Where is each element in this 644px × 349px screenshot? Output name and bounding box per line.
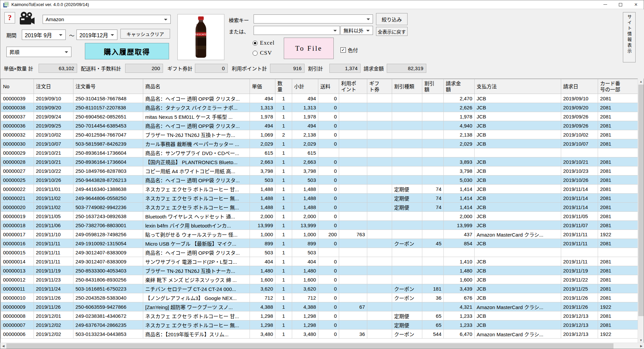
summary-label: 割引計 xyxy=(308,65,328,72)
cell-no: 00000020 xyxy=(1,203,34,212)
search-key-input[interactable] xyxy=(254,14,373,23)
sort-order-select[interactable]: 昇順 xyxy=(6,47,71,57)
cell-order-date: 2019/11/01 xyxy=(34,185,73,194)
radio-excel[interactable]: Excel xyxy=(253,40,275,46)
column-header-gift-card[interactable]: ギフ ト券 xyxy=(367,79,392,94)
cell-billing-date: 2019/10/26 xyxy=(561,176,598,185)
cell-discount-amount: 65 xyxy=(422,320,444,330)
table-row[interactable]: 000000182019/11/06250-7382706-8803001lex… xyxy=(1,221,639,230)
column-header-card-number-part[interactable]: カード番 号の一部 xyxy=(598,79,639,94)
table-row[interactable]: 000000222019/11/01249-4416340-1388638ネスカ… xyxy=(1,185,639,194)
cell-shipping: 0 xyxy=(318,275,339,284)
column-header-order-date[interactable]: 注文日 xyxy=(34,79,73,94)
cell-billing-date: 2019/12/13 xyxy=(561,330,598,339)
table-row[interactable]: 000000132019/11/19250-8533300-4053403ブラザ… xyxy=(1,266,639,275)
cell-shipping xyxy=(318,248,339,257)
table-row[interactable]: 000000382019/09/20250-8110157-2207838商品名… xyxy=(1,103,639,112)
cell-quantity: 1 xyxy=(275,166,292,176)
table-row[interactable]: 000000072019/12/02249-6376704-2866235ネスカ… xyxy=(1,320,639,330)
table-row[interactable]: 000000172019/11/10249-0598128-7498256貼って… xyxy=(1,230,639,239)
table-row[interactable]: 000000112019/11/24503-1616851-6750223ニチバ… xyxy=(1,284,639,293)
table-row[interactable]: 000000062019/12/02503-0133234-0443853商品名… xyxy=(1,330,639,339)
table-row[interactable]: 000000272019/10/22250-1849766-8287803コピー… xyxy=(1,166,639,176)
table-row[interactable]: 000000102019/11/26250-2043528-5383040【ノン… xyxy=(1,293,639,302)
column-header-no[interactable]: No xyxy=(1,79,34,94)
cell-unit-price: 1,069 xyxy=(250,130,275,139)
cell-no: 00000013 xyxy=(1,266,34,275)
table-row[interactable]: 000000212019/11/02249-9644806-0558250ネスカ… xyxy=(1,194,639,203)
cell-card-number-part: 2081 xyxy=(598,239,639,248)
horizontal-scrollbar[interactable]: ◀ ▶ xyxy=(0,343,644,349)
table-row[interactable]: 000000322019/10/02250-4012594-7667047ブラザ… xyxy=(1,130,639,139)
cell-order-number: 250-7014454-6385453 xyxy=(73,121,143,130)
cell-card-number-part: 2081 xyxy=(598,94,639,103)
to-file-button[interactable]: To File xyxy=(284,38,334,59)
cell-discount-type xyxy=(392,275,422,284)
close-button[interactable]: × xyxy=(628,0,644,9)
help-button[interactable]: ? xyxy=(4,12,15,23)
column-header-shipping[interactable]: 送料 xyxy=(318,79,339,94)
vertical-scrollbar[interactable]: ▲ ▼ xyxy=(638,79,644,343)
scroll-up-arrow-icon[interactable]: ▲ xyxy=(638,79,644,85)
column-header-product-name[interactable]: 商品名 xyxy=(143,79,250,94)
table-row[interactable]: 000000092019/11/26250-6063559-9427866[Za… xyxy=(1,302,639,311)
column-header-billed-amount[interactable]: 請求金 額 xyxy=(444,79,475,94)
period-from-select[interactable]: 2019年 9月 xyxy=(22,30,66,40)
table-row[interactable]: 000000292019/10/21250-8936164-1736604商品名… xyxy=(1,148,639,157)
column-header-points-used[interactable]: 利用ポ イント xyxy=(339,79,367,94)
cell-card-number-part: 2081 xyxy=(598,166,639,176)
column-header-discount-amount[interactable]: 割引 額 xyxy=(422,79,444,94)
table-row[interactable]: 000000302019/10/07503-5815987-8426239カール… xyxy=(1,139,639,148)
site-select[interactable]: Amazon xyxy=(43,15,171,24)
filter-button[interactable]: 絞り込み xyxy=(376,13,408,25)
horizontal-scrollbar-thumb[interactable] xyxy=(6,343,613,349)
colored-checkbox[interactable]: ✓ 色付 xyxy=(340,46,358,53)
site-info-button[interactable]: サイト情報表示 xyxy=(623,12,636,62)
cell-gift-card xyxy=(367,230,392,239)
cell-points-used xyxy=(339,157,367,166)
scroll-left-arrow-icon[interactable]: ◀ xyxy=(0,343,6,349)
or-input[interactable] xyxy=(254,26,340,35)
cell-subtotal: 615 xyxy=(292,148,318,157)
cell-subtotal: 2,138 xyxy=(292,130,318,139)
cell-product-name: ネスカフェ エクセラ ボトルコーヒー 無... xyxy=(143,203,250,212)
search-key-combo[interactable] xyxy=(254,14,373,23)
table-row[interactable]: 000000372019/09/24250-6904562-0852651mit… xyxy=(1,112,639,121)
table-row[interactable]: 000000082019/12/01249-0238381-4340672ネスカ… xyxy=(1,311,639,320)
cell-order-number: 249-3012407-8383009 xyxy=(73,248,143,257)
table-row[interactable]: 000000122019/11/23250-8431806-8930256楽絆 … xyxy=(1,275,639,284)
cell-discount-type xyxy=(392,139,422,148)
fetch-history-button[interactable]: 購入履歴取得 xyxy=(85,43,169,59)
free-filter-select[interactable]: 無料以外 xyxy=(340,26,373,35)
cell-card-number-part: 2081 xyxy=(598,320,639,330)
column-header-discount-type[interactable]: 割引種類 xyxy=(392,79,422,94)
table-row[interactable]: 000000142019/11/11249-3012407-8383009サンワ… xyxy=(1,257,639,266)
or-combo[interactable] xyxy=(254,26,340,35)
column-header-billing-date[interactable]: 請求日 xyxy=(561,79,598,94)
column-header-payment-method[interactable]: 支払方法 xyxy=(475,79,561,94)
cache-clear-button[interactable]: キャッシュクリア xyxy=(120,29,170,39)
table-row[interactable]: 000000192019/11/05250-1637243-0892638Blu… xyxy=(1,212,639,221)
radio-csv[interactable]: CSV xyxy=(253,50,272,56)
table-row[interactable]: 000000362019/09/25250-7014454-6385453商品名… xyxy=(1,121,639,130)
column-header-quantity[interactable]: 数 量 xyxy=(275,79,292,94)
column-header-subtotal[interactable]: 小計 xyxy=(292,79,318,94)
table-row[interactable]: 000000252019/10/26250-9443828-8726213商品名… xyxy=(1,176,639,185)
table-row[interactable]: 000000282019/10/21250-8936164-1736604【国内… xyxy=(1,157,639,166)
show-all-button[interactable]: 全表示に戻す xyxy=(376,27,408,36)
minimize-button[interactable] xyxy=(597,0,613,9)
cell-billed-amount: 1,414 xyxy=(444,185,475,194)
scroll-right-arrow-icon[interactable]: ▶ xyxy=(638,343,644,349)
vertical-scrollbar-thumb[interactable] xyxy=(638,85,644,316)
table-row[interactable]: 000000202019/11/02503-7749082-9942236ネスカ… xyxy=(1,203,639,212)
table-row[interactable]: 000000392019/09/10250-3104158-7667848商品名… xyxy=(1,94,639,103)
table-row[interactable]: 000000152019/11/11249-3012407-8383009商品名… xyxy=(1,248,639,257)
cell-subtotal: 1,298 xyxy=(292,320,318,330)
search-key-label: 検索キー xyxy=(229,16,249,23)
column-header-unit-price[interactable]: 単価 xyxy=(250,79,275,94)
table-row[interactable]: 000000162019/11/11249-1910092-1315054Mic… xyxy=(1,239,639,248)
column-header-order-number[interactable]: 注文番号 xyxy=(73,79,143,94)
cell-product-name: サンワサプライ 電源コード(2P・L型コ... xyxy=(143,257,250,266)
period-to-select[interactable]: 2019年12月 xyxy=(76,30,117,40)
maximize-button[interactable] xyxy=(613,0,628,9)
